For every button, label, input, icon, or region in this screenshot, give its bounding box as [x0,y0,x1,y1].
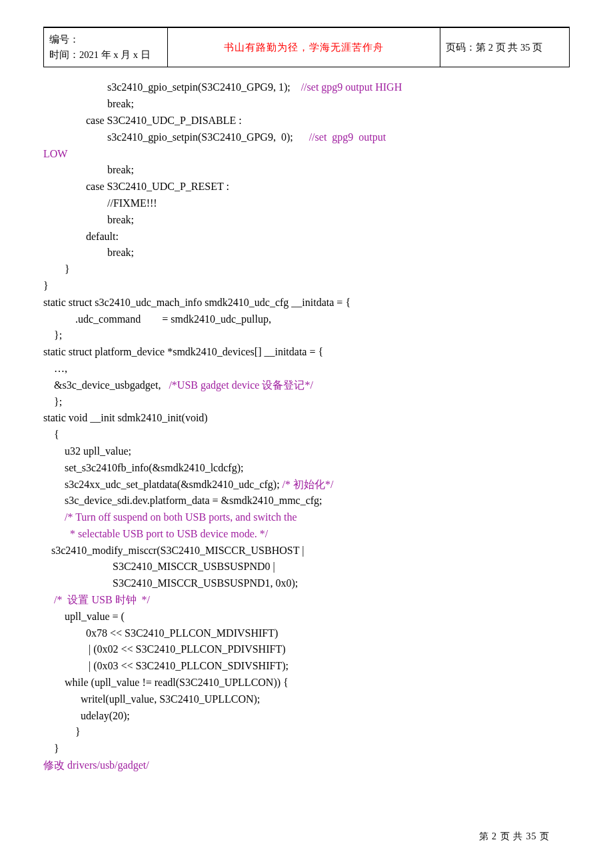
page: 编号： 时间：2021 年 x 月 x 日 书山有路勤为径，学海无涯苦作舟 页码… [0,0,613,868]
code-line: } [43,263,70,275]
code-line: s3c_device_sdi.dev.platform_data = &smdk… [43,495,322,506]
code-line: S3C2410_MISCCR_USBSUSPND1, 0x0); [43,577,298,589]
header-left-cell: 编号： 时间：2021 年 x 月 x 日 [44,28,168,67]
code-line: …, [43,363,67,374]
code-line: static struct platform_device *smdk2410_… [43,346,323,357]
code-line: upll_value = ( [43,611,125,622]
code-line: s3c2410_modify_misccr(S3C2410_MISCCR_USB… [43,545,304,556]
code-line: //FIXME!!! [43,197,157,209]
code-line: s3c24xx_udc_set_platdata(&smdk2410_udc_c… [43,479,283,490]
code-line: udelay(20); [43,710,130,721]
header-table: 编号： 时间：2021 年 x 月 x 日 书山有路勤为径，学海无涯苦作舟 页码… [43,27,570,67]
code-comment: /*USB gadget device 设备登记*/ [169,379,312,391]
header-title: 书山有路勤为径，学海无涯苦作舟 [224,42,384,53]
code-line: } [43,726,81,737]
header-date-label: 时间：2021 年 x 月 x 日 [49,49,151,60]
code-line: } [43,280,49,291]
code-line: 0x78 << S3C2410_PLLCON_MDIVSHIFT) [43,627,278,639]
code-line: while (upll_value != readl(S3C2410_UPLLC… [43,677,289,688]
code-comment: //set gpg9 output HIGH [301,81,402,93]
code-line: { [43,429,59,440]
code-block: s3c2410_gpio_setpin(S3C2410_GPG9, 1); //… [43,79,570,773]
code-line: static void __init sdmk2410_init(void) [43,412,208,423]
code-comment: /* 设置 USB 时钟 */ [43,594,150,605]
code-comment: //set gpg9 output [309,131,386,143]
code-line: break; [43,214,134,225]
code-line: default: [43,231,119,242]
code-line: set_s3c2410fb_info(&smdk2410_lcdcfg); [43,462,243,473]
code-line: }; [43,396,62,407]
code-line: writel(upll_value, S3C2410_UPLLCON); [43,693,260,705]
header-right-cell: 页码：第 2 页 共 35 页 [440,28,570,67]
code-line: break; [43,164,134,175]
footer-page-number: 第 2 页 共 35 页 [479,831,550,843]
code-line: break; [43,247,134,258]
code-modify-note: 修改 drivers/usb/gadget/ [43,759,149,771]
code-comment: /* 初始化*/ [283,479,334,490]
code-line: s3c2410_gpio_setpin(S3C2410_GPG9, 1); [43,81,301,93]
header-row: 编号： 时间：2021 年 x 月 x 日 书山有路勤为径，学海无涯苦作舟 页码… [44,28,570,67]
code-comment: LOW [43,148,67,159]
code-line: } [43,743,59,754]
code-line: case S3C2410_UDC_P_RESET : [43,181,229,192]
code-line: S3C2410_MISCCR_USBSUSPND0 | [43,561,275,572]
code-line: s3c2410_gpio_setpin(S3C2410_GPG9, 0); [43,131,309,143]
code-line: static struct s3c2410_udc_mach_info smdk… [43,297,350,308]
code-line: | (0x02 << S3C2410_PLLCON_PDIVSHIFT) [43,643,286,655]
code-line: .udc_command = smdk2410_udc_pullup, [43,313,271,325]
code-line: }; [43,329,62,341]
code-line: break; [43,98,134,109]
header-page-label: 页码：第 2 页 共 35 页 [446,42,542,53]
header-id-label: 编号： [49,34,79,45]
code-comment: /* Turn off suspend on both USB ports, a… [43,511,297,523]
code-comment: * selectable USB port to USB device mode… [43,528,268,539]
code-line: u32 upll_value; [43,445,131,457]
code-line: case S3C2410_UDC_P_DISABLE : [43,115,242,126]
header-center-cell: 书山有路勤为径，学海无涯苦作舟 [167,28,440,67]
code-line: &s3c_device_usbgadget, [43,379,169,391]
code-line: | (0x03 << S3C2410_PLLCON_SDIVSHIFT); [43,660,289,671]
